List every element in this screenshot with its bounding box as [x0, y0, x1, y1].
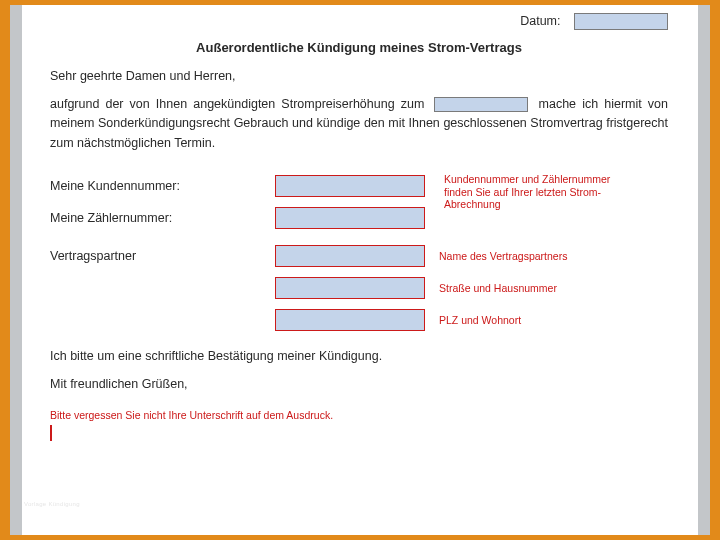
- partner-name-note: Name des Vertragspartners: [439, 250, 567, 262]
- signature-note: Bitte vergessen Sie nicht Ihre Unterschr…: [50, 409, 668, 422]
- date-row: Datum:: [50, 13, 668, 30]
- partner-city-row: PLZ und Wohnort: [50, 309, 668, 331]
- confirmation-request: Ich bitte um eine schriftliche Bestätigu…: [50, 349, 668, 363]
- partner-name-field[interactable]: [275, 245, 425, 267]
- signature-field[interactable]: [50, 425, 52, 441]
- partner-street-row: Straße und Hausnummer: [50, 277, 668, 299]
- body-paragraph: aufgrund der von Ihnen angekündigten Str…: [50, 95, 668, 153]
- page-content: Datum: Außerordentliche Kündigung meines…: [22, 5, 698, 535]
- greeting: Mit freundlichen Grüßen,: [50, 377, 668, 391]
- left-margin: [10, 5, 22, 535]
- customer-meter-note: Kundennummer und Zählernummer finden Sie…: [444, 173, 614, 211]
- meter-number-field[interactable]: [275, 207, 425, 229]
- document-page: Datum: Außerordentliche Kündigung meines…: [10, 5, 710, 535]
- body-text-1: aufgrund der von Ihnen angekündigten Str…: [50, 97, 424, 111]
- document-title: Außerordentliche Kündigung meines Strom-…: [50, 40, 668, 55]
- partner-street-note: Straße und Hausnummer: [439, 282, 557, 294]
- price-increase-date-field[interactable]: [434, 97, 528, 112]
- date-field[interactable]: [574, 13, 668, 30]
- customer-number-field[interactable]: [275, 175, 425, 197]
- partner-label: Vertragspartner: [50, 249, 275, 263]
- customer-number-label: Meine Kundennummer:: [50, 179, 275, 193]
- form-section: Kundennummer und Zählernummer finden Sie…: [50, 175, 668, 331]
- partner-city-note: PLZ und Wohnort: [439, 314, 521, 326]
- salutation: Sehr geehrte Damen und Herren,: [50, 69, 668, 83]
- right-margin: [698, 5, 710, 535]
- meter-number-label: Meine Zählernummer:: [50, 211, 275, 225]
- partner-city-field[interactable]: [275, 309, 425, 331]
- date-label: Datum:: [520, 14, 560, 28]
- watermark: Vorlage Kündigung: [24, 501, 80, 507]
- partner-street-field[interactable]: [275, 277, 425, 299]
- partner-name-row: Vertragspartner Name des Vertragspartner…: [50, 245, 668, 267]
